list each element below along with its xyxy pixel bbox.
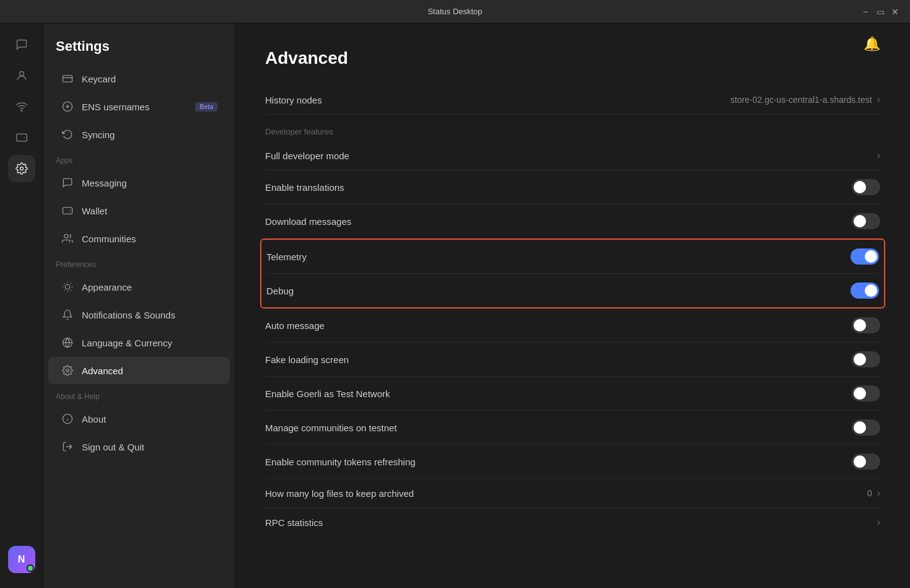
telemetry-toggle[interactable] <box>851 248 879 265</box>
debug-knob <box>865 284 877 297</box>
rail-settings-icon[interactable] <box>8 155 35 182</box>
rpc-statistics-row[interactable]: RPC statistics › <box>265 508 880 537</box>
fake-loading-label: Fake loading screen <box>265 354 349 365</box>
community-tokens-knob <box>854 455 866 468</box>
advanced-icon <box>61 364 74 377</box>
sidebar-label-wallet: Wallet <box>82 206 107 216</box>
notifications-icon <box>61 308 74 322</box>
rail-avatar-icon[interactable]: N <box>8 546 35 573</box>
ens-beta-badge: Beta <box>195 102 217 112</box>
wallet-icon <box>61 204 74 217</box>
download-messages-toggle[interactable] <box>852 213 880 229</box>
log-files-row[interactable]: How many log files to keep archived 0 › <box>265 479 880 508</box>
fake-loading-row: Fake loading screen <box>265 343 880 377</box>
history-nodes-label: History nodes <box>265 95 322 105</box>
log-files-chevron: › <box>877 488 880 499</box>
svg-point-10 <box>65 284 70 289</box>
sidebar-item-about[interactable]: About <box>48 405 230 432</box>
goerli-knob <box>854 387 866 400</box>
icon-rail: N <box>0 24 43 588</box>
sidebar-title: Settings <box>43 33 235 64</box>
keycard-icon <box>61 72 74 86</box>
settings-sidebar: Settings Keycard ENS usernames Beta <box>43 24 235 588</box>
log-files-value: 0 <box>867 488 872 498</box>
community-tokens-row: Enable community tokens refreshing <box>265 445 880 479</box>
svg-point-0 <box>19 71 24 76</box>
enable-translations-label: Enable translations <box>265 182 344 193</box>
appearance-icon <box>61 280 74 294</box>
rail-chat-icon[interactable] <box>8 31 35 58</box>
telemetry-row: Telemetry <box>266 240 879 274</box>
download-messages-knob <box>854 215 866 227</box>
svg-line-17 <box>64 290 64 291</box>
sidebar-label-notifications: Notifications & Sounds <box>82 310 175 320</box>
signout-icon <box>61 440 74 454</box>
history-nodes-row[interactable]: History nodes store-02.gc-us-central1-a.… <box>265 86 880 115</box>
titlebar-title: Status Desktop <box>427 7 482 16</box>
full-developer-mode-label: Full developer mode <box>265 151 349 161</box>
sidebar-item-notifications[interactable]: Notifications & Sounds <box>48 301 230 328</box>
maximize-button[interactable]: ▭ <box>875 7 885 17</box>
history-nodes-chevron: › <box>877 94 880 105</box>
communities-testnet-row: Manage communities on testnet <box>265 411 880 445</box>
enable-translations-knob <box>854 181 866 193</box>
highlight-box: Telemetry Debug <box>260 239 885 309</box>
sync-icon <box>61 128 74 141</box>
sidebar-item-syncing[interactable]: Syncing <box>48 121 230 148</box>
auto-message-label: Auto message <box>265 320 325 331</box>
notification-bell-icon[interactable]: 🔔 <box>864 36 880 51</box>
sidebar-item-advanced[interactable]: Advanced <box>48 357 230 384</box>
rpc-statistics-value: › <box>877 517 880 528</box>
auto-message-row: Auto message <box>265 309 880 343</box>
goerli-row: Enable Goerli as Test Network <box>265 377 880 411</box>
sidebar-item-communities[interactable]: Communities <box>48 225 230 252</box>
svg-line-18 <box>71 283 71 284</box>
sidebar-label-ens: ENS usernames <box>82 102 149 112</box>
svg-point-9 <box>64 234 68 238</box>
debug-toggle[interactable] <box>851 283 879 299</box>
section-preferences-label: Preferences <box>43 253 235 273</box>
communities-testnet-knob <box>854 421 866 434</box>
sidebar-item-appearance[interactable]: Appearance <box>48 273 230 301</box>
rail-profile-icon[interactable] <box>8 62 35 89</box>
community-tokens-toggle[interactable] <box>852 454 880 470</box>
log-files-value-container: 0 › <box>867 488 880 499</box>
svg-point-1 <box>21 110 22 112</box>
page-title: Advanced <box>265 48 880 68</box>
history-nodes-value-container: store-02.gc-us-central1-a.shards.test › <box>730 94 880 105</box>
communities-testnet-label: Manage communities on testnet <box>265 423 397 433</box>
full-developer-mode-chevron: › <box>877 150 880 161</box>
sidebar-label-appearance: Appearance <box>82 282 132 292</box>
sidebar-item-ens[interactable]: ENS usernames Beta <box>48 93 230 120</box>
sidebar-item-messaging[interactable]: Messaging <box>48 169 230 196</box>
sidebar-label-language: Language & Currency <box>82 338 172 348</box>
language-icon <box>61 336 74 349</box>
full-developer-mode-row[interactable]: Full developer mode › <box>265 141 880 170</box>
ens-icon <box>61 100 74 113</box>
sidebar-item-signout[interactable]: Sign out & Quit <box>48 433 230 460</box>
avatar-initial: N <box>18 554 25 565</box>
goerli-label: Enable Goerli as Test Network <box>265 388 390 399</box>
messaging-icon <box>61 176 74 190</box>
communities-testnet-toggle[interactable] <box>852 419 880 436</box>
sidebar-label-about: About <box>82 414 106 424</box>
goerli-toggle[interactable] <box>852 385 880 402</box>
fake-loading-toggle[interactable] <box>852 351 880 367</box>
rpc-statistics-label: RPC statistics <box>265 517 323 528</box>
log-files-label: How many log files to keep archived <box>265 488 414 499</box>
download-messages-label: Download messages <box>265 216 351 227</box>
rail-wallet-icon[interactable] <box>8 124 35 151</box>
close-button[interactable]: ✕ <box>890 7 900 17</box>
sidebar-item-wallet[interactable]: Wallet <box>48 197 230 224</box>
telemetry-knob <box>865 250 877 263</box>
auto-message-toggle[interactable] <box>852 317 880 333</box>
fake-loading-knob <box>854 353 866 366</box>
minimize-button[interactable]: − <box>860 7 870 17</box>
sidebar-item-language[interactable]: Language & Currency <box>48 329 230 356</box>
sidebar-item-keycard[interactable]: Keycard <box>48 65 230 92</box>
svg-rect-2 <box>16 134 27 141</box>
rail-network-icon[interactable] <box>8 93 35 120</box>
developer-features-label: Developer features <box>265 115 880 141</box>
download-messages-row: Download messages <box>265 204 880 239</box>
enable-translations-toggle[interactable] <box>852 179 880 195</box>
